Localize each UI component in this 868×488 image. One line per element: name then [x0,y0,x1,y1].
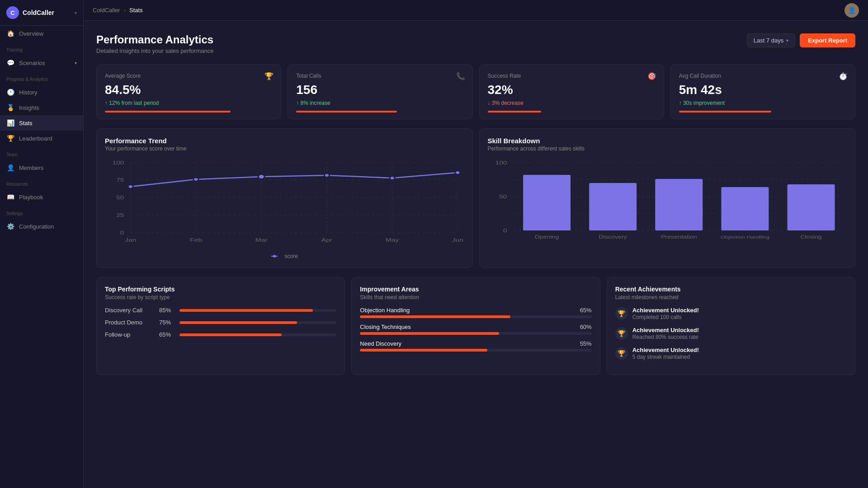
sidebar-item-scenarios[interactable]: 💬 Scenarios ▾ [0,55,83,70]
success-rate-bar [488,111,542,113]
improve-row-1: Closing Techniques 60% [360,324,591,335]
script-pct-0: 85% [159,307,175,314]
sidebar-item-members[interactable]: 👤 Members [0,160,83,175]
svg-point-26 [390,176,395,180]
avg-score-icon: 🏆 [264,72,274,80]
trend-chart-subtitle: Your performance score over time [105,145,464,152]
trend-chart-title: Performance Trend [105,137,464,145]
sidebar-item-overview[interactable]: 🏠 Overview [0,26,83,41]
achievement-item-2: 🏆 Achievement Unlocked! 5 day streak mai… [615,347,847,360]
script-bar-fill-1 [179,321,297,324]
script-bar-bg-0 [179,309,336,312]
performance-trend-card: Performance Trend Your performance score… [96,128,473,268]
sidebar-item-insights[interactable]: 🏅 Insights [0,100,83,115]
svg-text:50: 50 [116,195,124,200]
topbar-page-name: Stats [129,7,143,14]
content-area: Performance Analytics Detailed insights … [84,21,868,488]
success-rate-label: Success Rate [488,73,656,79]
sidebar-label-leaderboard: Leaderboard [19,135,52,142]
achievements-title: Recent Achievements [615,286,847,293]
sidebar-item-stats[interactable]: 📊 Stats [0,115,83,131]
improve-row-0: Objection Handling 65% [360,307,591,318]
playbook-icon: 📖 [6,193,14,201]
leaderboard-icon: 🏆 [6,135,14,142]
scenarios-chevron-icon: ▾ [75,61,77,66]
svg-text:Apr: Apr [321,237,333,243]
total-calls-icon: 📞 [456,72,465,80]
sidebar-item-leaderboard[interactable]: 🏆 Leaderboard [0,131,83,146]
sidebar-label-history: History [19,89,37,96]
success-rate-change: ↓ 3% decrease [488,100,656,106]
export-report-button[interactable]: Export Report [800,33,855,47]
sidebar-item-configuration[interactable]: ⚙️ Configuration [0,219,83,234]
svg-text:50: 50 [499,194,507,199]
skill-chart-subtitle: Performance across different sales skill… [488,145,847,152]
sidebar-item-history[interactable]: 🕐 History [0,84,83,100]
script-bar-bg-1 [179,321,336,324]
sidebar: C ColdCaller ▾ 🏠 Overview Training 💬 Sce… [0,0,84,488]
line-chart: 100 75 50 25 0 Jan Feb Mar Apr May Jun [105,158,464,249]
svg-text:0: 0 [503,228,507,233]
svg-point-29 [273,255,276,258]
script-bar-fill-2 [179,333,282,336]
avg-score-label: Average Score [105,73,273,79]
svg-text:Presentation: Presentation [660,235,697,239]
stat-card-avg-duration: Avg Call Duration ⏱️ 5m 42s ↑ 30s improv… [670,64,855,119]
achievement-desc-2: 5 day streak maintained [632,354,699,360]
charts-row: Performance Trend Your performance score… [96,128,855,268]
achievement-title-2: Achievement Unlocked! [632,347,699,353]
topbar-separator: › [124,7,126,14]
configuration-icon: ⚙️ [6,223,14,230]
svg-point-27 [455,171,460,174]
legend-label: score [285,253,298,259]
line-chart-svg: 100 75 50 25 0 Jan Feb Mar Apr May Jun [105,158,464,249]
avg-duration-icon: ⏱️ [839,72,848,80]
svg-text:May: May [386,237,399,243]
improve-row-2: Need Discovery 55% [360,340,591,352]
skill-breakdown-card: Skill Breakdown Performance across diffe… [479,128,856,268]
success-rate-value: 32% [488,83,656,97]
skill-chart-title: Skill Breakdown [488,137,847,145]
sidebar-label-overview: Overview [19,30,43,37]
page-subtitle: Detailed insights into your sales perfor… [96,47,213,54]
achievement-desc-0: Completed 100 calls [632,314,699,320]
sidebar-item-playbook[interactable]: 📖 Playbook [0,189,83,205]
total-calls-change: ↑ 8% increase [296,100,464,106]
script-pct-2: 65% [159,331,175,338]
achievement-item-1: 🏆 Achievement Unlocked! Reached 80% succ… [615,327,847,340]
achievement-desc-1: Reached 80% success rate [632,334,699,340]
achievement-title-0: Achievement Unlocked! [632,307,699,314]
improve-bar-fill-1 [360,332,499,335]
script-bar-bg-2 [179,333,336,336]
top-scripts-card: Top Performing Scripts Success rate by s… [96,277,345,375]
members-icon: 👤 [6,164,14,171]
topbar-app-name: ColdCaller [93,7,120,14]
bottom-row: Top Performing Scripts Success rate by s… [96,277,855,375]
top-scripts-subtitle: Success rate by script type [105,294,336,300]
achievement-item-0: 🏆 Achievement Unlocked! Completed 100 ca… [615,307,847,320]
bar-chart-svg: 100 50 0 [488,158,847,255]
stats-icon: 📊 [6,119,14,127]
improve-bar-fill-2 [360,349,487,352]
improve-bar-bg-1 [360,332,591,335]
logo-icon: C [6,6,19,19]
svg-rect-42 [787,184,835,230]
stat-cards-row: Average Score 🏆 84.5% ↑ 12% from last pe… [96,64,855,119]
svg-text:25: 25 [116,212,124,218]
section-label-training: Training [0,41,83,55]
svg-text:Discovery: Discovery [599,235,627,239]
improve-bar-bg-0 [360,315,591,318]
date-range-selector[interactable]: Last 7 days ▾ [747,33,796,47]
stat-card-total-calls: Total Calls 📞 156 ↑ 8% increase [288,64,472,119]
header-actions: Last 7 days ▾ Export Report [747,33,855,47]
avg-score-bar [105,111,231,113]
improve-subtitle: Skills that need attention [360,294,591,300]
svg-text:100: 100 [495,160,507,165]
svg-text:Jan: Jan [125,237,136,243]
improvement-areas-card: Improvement Areas Skills that need atten… [351,277,600,375]
insights-icon: 🏅 [6,104,14,111]
user-avatar[interactable]: 👤 [844,3,859,18]
script-name-1: Product Demo [105,319,155,326]
sidebar-logo[interactable]: C ColdCaller ▾ [0,0,83,26]
improve-title: Improvement Areas [360,286,591,293]
